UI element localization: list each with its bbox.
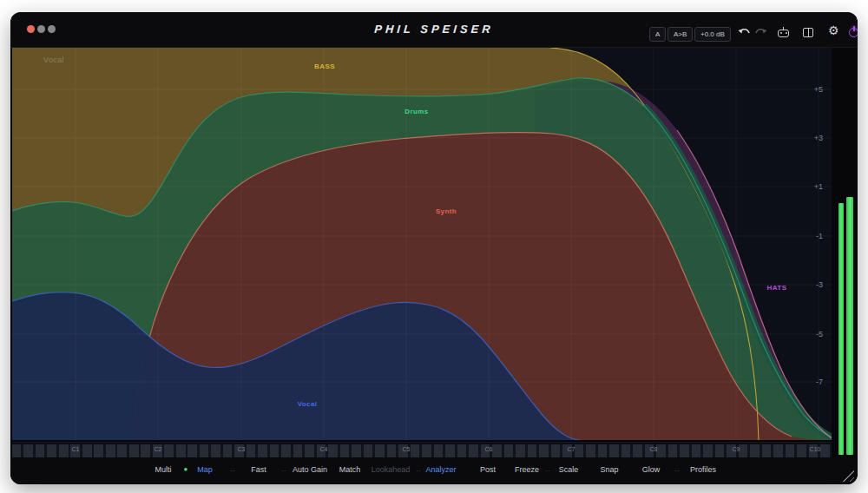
octave-label: C10 (806, 446, 825, 452)
db-scale-label: -1 (800, 232, 823, 240)
octave-label: C8 (644, 446, 663, 452)
toolbar-separator: ‥ (416, 465, 420, 473)
toolbar-item-match[interactable]: Match (339, 465, 361, 474)
toolbar-separator: ‥ (674, 465, 679, 473)
undo-icon[interactable] (738, 26, 752, 37)
toolbar-item-glow[interactable]: Glow (642, 465, 661, 474)
band-label-drums[interactable]: Drums (404, 108, 428, 115)
db-scale-label: -7 (800, 378, 823, 386)
assistant-robot-icon[interactable] (778, 30, 789, 37)
toolbar-separator: ‥ (545, 465, 549, 473)
toolbar-item-auto-gain[interactable]: Auto Gain (293, 465, 327, 474)
toolbar-item-map[interactable]: Map (197, 465, 213, 474)
toolbar-separator: ‥ (281, 465, 286, 473)
profile-label: Vocal (43, 56, 64, 64)
piano-frequency-strip[interactable]: C1 C2 C3 C4 C5 C6 C7 C8 C9 C10 (12, 442, 832, 457)
toolbar-item-multi[interactable]: Multi (155, 465, 171, 474)
db-scale-label: -5 (800, 330, 823, 339)
toolbar-item-lookahead[interactable]: Lookahead (372, 465, 411, 474)
toolbar-item-post[interactable]: Post (480, 465, 496, 474)
db-scale-label: +3 (800, 134, 823, 142)
gear-icon[interactable]: ⚙ (828, 23, 839, 37)
toolbar-item-freeze[interactable]: Freeze (515, 465, 539, 474)
band-label-vocal[interactable]: Vocal (298, 400, 318, 408)
toolbar-item-analyzer[interactable]: Analyzer (425, 465, 456, 474)
band-label-bass[interactable]: BASS (314, 62, 335, 70)
toolbar-item-scale[interactable]: Scale (559, 465, 579, 474)
title-bar: PHIL SPEISER A A>B +0.0 dB ⚙ (10, 12, 858, 48)
db-scale-label: +5 (800, 85, 823, 94)
band-label-hats[interactable]: HATS (767, 284, 787, 292)
octave-label: C9 (727, 446, 746, 452)
octave-label: C7 (562, 446, 581, 452)
power-icon[interactable] (849, 28, 858, 37)
octave-label: C4 (314, 446, 333, 452)
octave-label: C6 (479, 446, 498, 452)
bottom-toolbar: Multi ● Map ‥ Fast ‥ Auto Gain Match Loo… (10, 457, 858, 484)
toolbar-separator: ‥ (230, 465, 234, 473)
piano-keys[interactable] (12, 444, 832, 457)
multi-active-dot: ● (184, 465, 188, 473)
output-meter-right (846, 197, 853, 455)
ab-state-a-button[interactable]: A (649, 27, 666, 42)
output-meter-left (838, 203, 844, 455)
presets-library-icon[interactable] (803, 28, 813, 37)
band-label-synth[interactable]: Synth (436, 207, 457, 215)
output-gain-button[interactable]: +0.0 dB (694, 27, 731, 42)
redo-icon[interactable] (753, 26, 767, 37)
ab-copy-button[interactable]: A>B (667, 27, 693, 42)
db-scale-label: +1 (800, 182, 823, 191)
toolbar-item-profiles[interactable]: Profiles (690, 465, 716, 474)
toolbar-item-snap[interactable]: Snap (600, 465, 618, 474)
octave-label: C2 (148, 446, 168, 452)
octave-label: C3 (232, 446, 251, 452)
toolbar-item-fast[interactable]: Fast (251, 465, 266, 474)
spectral-map: Vocal BASS Drums Synth Vocal HATS +5 +3 … (12, 48, 832, 440)
plugin-window: PHIL SPEISER A A>B +0.0 dB ⚙ (10, 12, 858, 484)
octave-label: C1 (66, 446, 85, 452)
octave-label: C5 (397, 446, 416, 452)
db-scale-label: -3 (800, 280, 823, 289)
